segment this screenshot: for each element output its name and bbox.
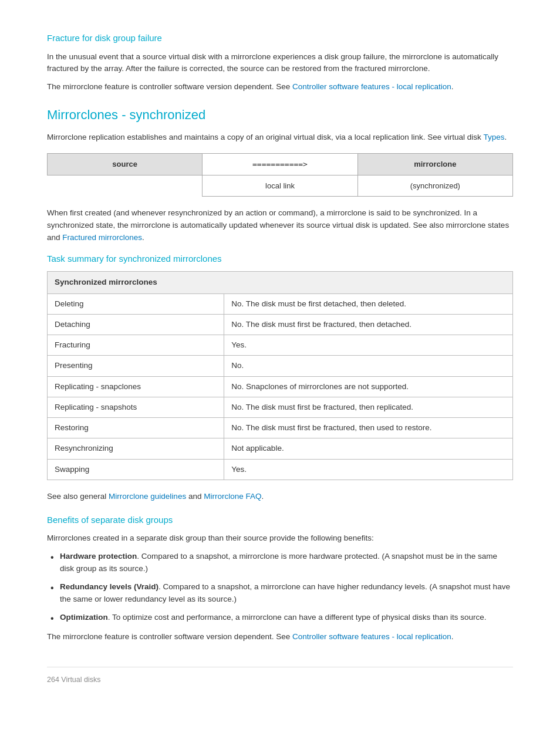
table-header: Synchronized mirrorclones: [48, 272, 513, 293]
task-name-cell: Deleting: [48, 293, 224, 314]
table-row: RestoringNo. The disk must first be frac…: [48, 418, 513, 438]
mirrorclones-body: When first created (and whenever resynch…: [47, 207, 513, 244]
fracture-para2-prefix: The mirrorclone feature is controller so…: [47, 82, 292, 91]
table-row: Replicating - snapclonesNo. Snapclones o…: [48, 376, 513, 397]
arrow-cell: ===========>: [203, 154, 357, 175]
task-name-cell: Detaching: [48, 314, 224, 335]
benefits-section: Benefits of separate disk groups Mirrorc…: [47, 514, 513, 643]
benefits-footer-suffix: .: [451, 632, 454, 641]
intro-suffix: .: [504, 133, 507, 141]
types-link[interactable]: Types: [483, 133, 504, 141]
bullet-bold: Optimization: [60, 613, 108, 622]
task-value-cell: No. The disk must first be fractured, th…: [224, 418, 513, 438]
body-suffix: .: [142, 233, 144, 242]
local-link-cell: local link: [203, 175, 357, 197]
see-also: See also general Mirrorclone guidelines …: [47, 491, 513, 503]
task-name-cell: Presenting: [48, 356, 224, 376]
benefits-list: Hardware protection. Compared to a snaps…: [47, 551, 513, 624]
benefits-heading: Benefits of separate disk groups: [47, 514, 513, 527]
fracture-link[interactable]: Controller software features - local rep…: [292, 82, 451, 91]
table-row: DeletingNo. The disk must be first detac…: [48, 293, 513, 314]
task-name-cell: Resynchronizing: [48, 438, 224, 459]
bullet-text: . To optimize cost and performance, a mi…: [108, 613, 487, 622]
benefits-footer-prefix: The mirrorclone feature is controller so…: [47, 632, 292, 641]
task-summary-heading: Task summary for synchronized mirrorclon…: [47, 252, 513, 266]
mirrorclones-section: Mirrorclones - synchronized Mirrorclone …: [47, 105, 513, 643]
mirrorclones-intro: Mirrorclone replication establishes and …: [47, 131, 513, 144]
mirrorclone-faq-link[interactable]: Mirrorclone FAQ: [204, 492, 261, 501]
footer: 264 Virtual disks: [47, 667, 513, 686]
fracture-heading: Fracture for disk group failure: [47, 32, 513, 45]
fracture-para2-suffix: .: [451, 82, 454, 91]
table-row: PresentingNo.: [48, 356, 513, 376]
task-name-cell: Restoring: [48, 418, 224, 438]
fracture-section: Fracture for disk group failure In the u…: [47, 32, 513, 93]
task-name-cell: Replicating - snapclones: [48, 376, 224, 397]
task-value-cell: Yes.: [224, 459, 513, 480]
task-table: Synchronized mirrorclones DeletingNo. Th…: [47, 271, 513, 480]
task-value-cell: Not applicable.: [224, 438, 513, 459]
diagram-table: source ===========> mirrorclone local li…: [47, 153, 513, 197]
see-also-prefix: See also general: [47, 492, 109, 501]
benefits-footer: The mirrorclone feature is controller so…: [47, 631, 513, 643]
task-name-cell: Replicating - snapshots: [48, 397, 224, 417]
task-value-cell: No.: [224, 356, 513, 376]
table-row: DetachingNo. The disk must first be frac…: [48, 314, 513, 335]
mirrorclones-heading: Mirrorclones - synchronized: [47, 105, 513, 124]
table-row: ResynchronizingNot applicable.: [48, 438, 513, 459]
footer-text: 264 Virtual disks: [47, 676, 101, 684]
task-value-cell: Yes.: [224, 335, 513, 356]
list-item: Hardware protection. Compared to a snaps…: [47, 551, 513, 575]
fracture-para1: In the unusual event that a source virtu…: [47, 51, 513, 76]
table-row: SwappingYes.: [48, 459, 513, 480]
task-summary-section: Task summary for synchronized mirrorclon…: [47, 252, 513, 480]
task-name-cell: Swapping: [48, 459, 224, 480]
table-row: FracturingYes.: [48, 335, 513, 356]
intro-prefix: Mirrorclone replication establishes and …: [47, 133, 483, 141]
benefits-intro: Mirrorclones created in a separate disk …: [47, 532, 513, 545]
fracture-para2: The mirrorclone feature is controller so…: [47, 81, 513, 93]
task-name-cell: Fracturing: [48, 335, 224, 356]
mirrorclone-cell: mirrorclone: [357, 154, 512, 175]
task-value-cell: No. The disk must be first detached, the…: [224, 293, 513, 314]
benefits-footer-link[interactable]: Controller software features - local rep…: [292, 632, 451, 641]
see-also-middle: and: [186, 492, 204, 501]
fractured-link[interactable]: Fractured mirrorclones: [62, 233, 142, 242]
task-value-cell: No. Snapclones of mirrorclones are not s…: [224, 376, 513, 397]
mirrorclone-guidelines-link[interactable]: Mirrorclone guidelines: [109, 492, 186, 501]
empty-left: [48, 175, 203, 197]
task-value-cell: No. The disk must first be fractured, th…: [224, 397, 513, 417]
table-row: Replicating - snapshotsNo. The disk must…: [48, 397, 513, 417]
source-cell: source: [48, 154, 203, 175]
task-value-cell: No. The disk must first be fractured, th…: [224, 314, 513, 335]
list-item: Redundancy levels (Vraid). Compared to a…: [47, 581, 513, 606]
list-item: Optimization. To optimize cost and perfo…: [47, 612, 513, 624]
sync-cell: (synchronized): [357, 175, 512, 197]
bullet-bold: Redundancy levels (Vraid): [60, 582, 158, 591]
bullet-bold: Hardware protection: [60, 552, 137, 561]
see-also-suffix: .: [261, 492, 264, 501]
